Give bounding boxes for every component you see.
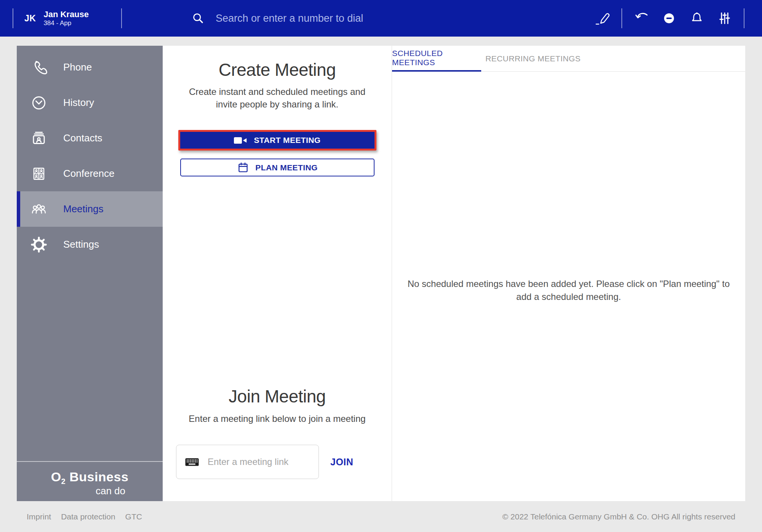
- search-bar: [190, 0, 517, 37]
- avatar: JK: [24, 13, 36, 24]
- copyright-text: © 2022 Telefónica Germany GmbH & Co. OHG…: [502, 512, 735, 521]
- topbar-actions: [594, 0, 744, 37]
- app-window: JK Jan Krause 384 - App: [0, 0, 762, 532]
- phone-icon: [29, 58, 49, 77]
- search-input[interactable]: [216, 13, 505, 24]
- sidebar-item-meetings[interactable]: Meetings: [17, 191, 163, 227]
- sidebar-separator: [17, 461, 163, 462]
- scheduled-meetings-panel: SCHEDULED MEETINGS RECURRING MEETINGS No…: [392, 46, 745, 501]
- sidebar-item-label: Phone: [63, 61, 92, 73]
- sidebar-item-history[interactable]: History: [17, 85, 163, 120]
- sidebar-item-label: Settings: [63, 239, 99, 250]
- footer-links: Imprint Data protection GTC: [27, 512, 142, 521]
- sidebar: Phone History Contacts: [17, 46, 163, 501]
- audio-settings-button[interactable]: [716, 10, 733, 27]
- brand-logo-text: O2 Business: [17, 470, 163, 486]
- keyboard-icon: [184, 454, 200, 470]
- sidebar-item-conference[interactable]: Conference: [17, 156, 163, 191]
- sidebar-item-label: Conference: [63, 168, 114, 179]
- sidebar-item-contacts[interactable]: Contacts: [17, 120, 163, 156]
- notifications-button[interactable]: [688, 10, 706, 27]
- sidebar-item-label: Contacts: [63, 132, 102, 144]
- gtc-link[interactable]: GTC: [125, 512, 142, 521]
- history-icon: [29, 93, 49, 113]
- imprint-link[interactable]: Imprint: [27, 512, 51, 521]
- highlight-annotation: START MEETING: [178, 130, 376, 151]
- join-button[interactable]: JOIN: [330, 457, 353, 468]
- user-meta: Jan Krause 384 - App: [43, 10, 89, 27]
- join-meeting-title: Join Meeting: [163, 386, 392, 407]
- audio-settings-icon: [716, 10, 733, 27]
- edit-icon: [594, 10, 611, 27]
- meetings-tab-bar: SCHEDULED MEETINGS RECURRING MEETINGS: [392, 46, 745, 72]
- user-extension: 384 - App: [43, 19, 89, 27]
- footer: Imprint Data protection GTC © 2022 Telef…: [17, 501, 745, 532]
- sidebar-item-label: Meetings: [63, 203, 104, 215]
- empty-state-message: No scheduled meetings have been added ye…: [401, 277, 736, 303]
- call-pull-button[interactable]: [632, 10, 650, 27]
- dnd-status-icon: [660, 10, 678, 27]
- sidebar-item-settings[interactable]: Settings: [17, 227, 163, 262]
- meeting-link-field[interactable]: [176, 445, 319, 479]
- data-protection-link[interactable]: Data protection: [61, 512, 115, 521]
- sidebar-item-phone[interactable]: Phone: [17, 50, 163, 85]
- contacts-icon: [29, 128, 49, 148]
- topbar-divider: [621, 8, 622, 28]
- plan-meeting-label: PLAN MEETING: [255, 163, 317, 172]
- brand-tagline: can do: [17, 485, 163, 497]
- plan-meeting-button[interactable]: PLAN MEETING: [180, 159, 375, 176]
- join-meeting-section: Join Meeting Enter a meeting link below …: [163, 386, 392, 479]
- create-meeting-description: Create instant and scheduled meetings an…: [184, 85, 371, 111]
- video-camera-icon: [234, 136, 248, 145]
- user-name: Jan Krause: [43, 10, 89, 19]
- search-icon: [190, 10, 207, 27]
- start-meeting-button[interactable]: START MEETING: [180, 132, 375, 149]
- conference-icon: [29, 164, 49, 184]
- topbar-divider: [744, 8, 744, 28]
- join-meeting-row: JOIN: [163, 445, 392, 479]
- topbar-divider: [121, 8, 122, 28]
- notifications-icon: [688, 10, 705, 27]
- settings-icon: [29, 235, 49, 255]
- meetings-icon: [29, 199, 49, 219]
- sidebar-item-label: History: [63, 97, 94, 109]
- dnd-status-button[interactable]: [660, 10, 678, 27]
- brand-logo: O2 Business can do: [17, 463, 163, 501]
- tab-recurring-meetings[interactable]: RECURRING MEETINGS: [481, 46, 585, 72]
- topbar-divider: [13, 8, 13, 28]
- create-meeting-title: Create Meeting: [163, 46, 392, 80]
- edit-button[interactable]: [594, 10, 611, 27]
- user-profile[interactable]: JK Jan Krause 384 - App: [24, 0, 89, 37]
- meeting-link-input[interactable]: [208, 457, 314, 467]
- start-meeting-label: START MEETING: [254, 136, 320, 145]
- meeting-actions-panel: Create Meeting Create instant and schedu…: [163, 46, 392, 501]
- calendar-icon: [237, 161, 250, 174]
- tab-scheduled-meetings[interactable]: SCHEDULED MEETINGS: [392, 46, 481, 72]
- join-meeting-description: Enter a meeting link below to join a mee…: [163, 413, 392, 424]
- topbar: JK Jan Krause 384 - App: [0, 0, 762, 37]
- call-pull-icon: [632, 10, 650, 27]
